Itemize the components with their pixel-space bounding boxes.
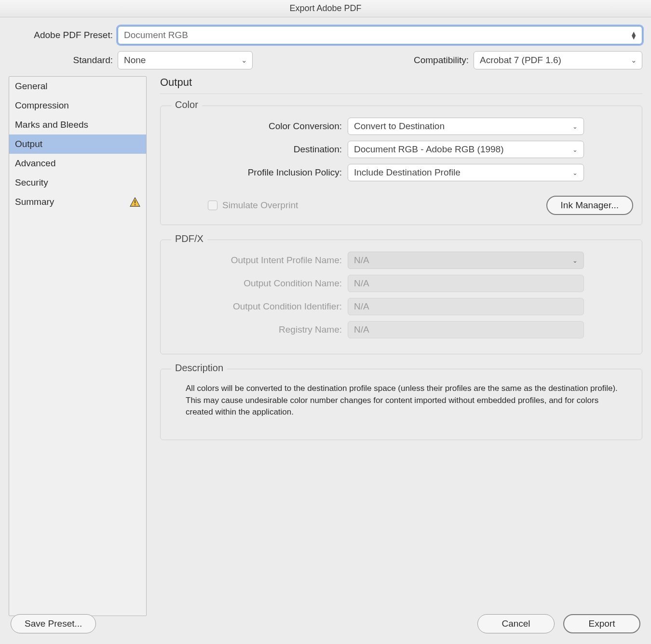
ink-manager-label: Ink Manager... [561,200,619,211]
sidebar-item-output[interactable]: Output [9,134,146,154]
sidebar-item-advanced[interactable]: Advanced [9,154,146,173]
intent-label: Output Intent Profile Name: [169,255,348,266]
registry-label: Registry Name: [169,324,348,335]
sidebar-item-label: Advanced [15,158,56,169]
color-conversion-value: Convert to Destination [354,121,445,132]
page-title: Output [160,76,642,89]
sidebar-item-marks-bleeds[interactable]: Marks and Bleeds [9,115,146,134]
sidebar-item-label: General [15,81,48,92]
chevron-updown-icon: ▲▼ [630,31,637,39]
compatibility-label: Compatibility: [414,55,474,66]
sidebar: General Compression Marks and Bleeds Out… [9,76,147,616]
divider [160,94,642,94]
preset-label: Adobe PDF Preset: [9,30,118,40]
pdfx-legend: PDF/X [171,233,207,244]
color-legend: Color [171,99,202,110]
registry-value: N/A [354,324,369,335]
simulate-overprint-checkbox: Simulate Overprint [208,200,298,211]
chevron-down-icon: ⌄ [572,123,578,130]
cond-name-label: Output Condition Name: [169,278,348,289]
standard-select[interactable]: None ⌄ [118,51,253,69]
color-fieldset: Color Color Conversion: Convert to Desti… [160,106,642,225]
cancel-button[interactable]: Cancel [477,614,555,633]
color-conversion-select[interactable]: Convert to Destination ⌄ [348,118,584,135]
intent-value: N/A [354,255,369,266]
compatibility-value: Acrobat 7 (PDF 1.6) [480,55,561,66]
description-fieldset: Description All colors will be converted… [160,369,642,440]
cond-id-label: Output Condition Identifier: [169,301,348,312]
color-conversion-label: Color Conversion: [169,121,348,132]
ink-manager-button[interactable]: Ink Manager... [546,196,633,215]
policy-select[interactable]: Include Destination Profile ⌄ [348,164,584,181]
chevron-down-icon: ⌄ [631,56,637,65]
cond-id-value: N/A [354,301,369,312]
destination-value: Document RGB - Adobe RGB (1998) [354,144,503,155]
standard-value: None [124,55,146,66]
registry-field: N/A [348,321,584,338]
preset-select[interactable]: Document RGB ▲▼ [118,26,642,44]
policy-value: Include Destination Profile [354,167,461,178]
pdfx-fieldset: PDF/X Output Intent Profile Name: N/A ⌄ … [160,240,642,354]
sidebar-item-label: Security [15,177,48,188]
window-title: Export Adobe PDF [289,3,361,13]
chevron-down-icon: ⌄ [572,257,578,264]
sidebar-item-general[interactable]: General [9,77,146,96]
sidebar-item-label: Compression [15,100,69,111]
compatibility-select[interactable]: Acrobat 7 (PDF 1.6) ⌄ [474,51,642,69]
cancel-label: Cancel [502,618,530,629]
chevron-down-icon: ⌄ [241,56,247,65]
destination-select[interactable]: Document RGB - Adobe RGB (1998) ⌄ [348,141,584,158]
simulate-overprint-label: Simulate Overprint [222,200,298,211]
svg-rect-1 [135,204,136,205]
export-button[interactable]: Export [563,614,640,633]
preset-value: Document RGB [124,30,188,40]
cond-name-value: N/A [354,278,369,289]
description-legend: Description [171,362,227,374]
intent-select: N/A ⌄ [348,252,584,269]
save-preset-button[interactable]: Save Preset... [11,614,96,633]
export-label: Export [589,618,615,629]
chevron-down-icon: ⌄ [572,169,578,176]
sidebar-item-compression[interactable]: Compression [9,96,146,115]
warning-icon [130,197,140,207]
cond-id-field: N/A [348,298,584,315]
svg-rect-0 [135,200,136,203]
checkbox-box [208,201,217,210]
policy-label: Profile Inclusion Policy: [169,167,348,178]
destination-label: Destination: [169,144,348,155]
sidebar-item-label: Marks and Bleeds [15,120,88,130]
sidebar-item-label: Output [15,139,42,149]
standard-label: Standard: [9,55,118,66]
title-bar: Export Adobe PDF [0,0,651,17]
cond-name-field: N/A [348,275,584,292]
chevron-down-icon: ⌄ [572,146,578,153]
sidebar-item-label: Summary [15,197,54,207]
description-text: All colors will be converted to the dest… [169,381,633,438]
save-preset-label: Save Preset... [25,618,82,629]
sidebar-item-summary[interactable]: Summary [9,192,146,212]
sidebar-item-security[interactable]: Security [9,173,146,192]
